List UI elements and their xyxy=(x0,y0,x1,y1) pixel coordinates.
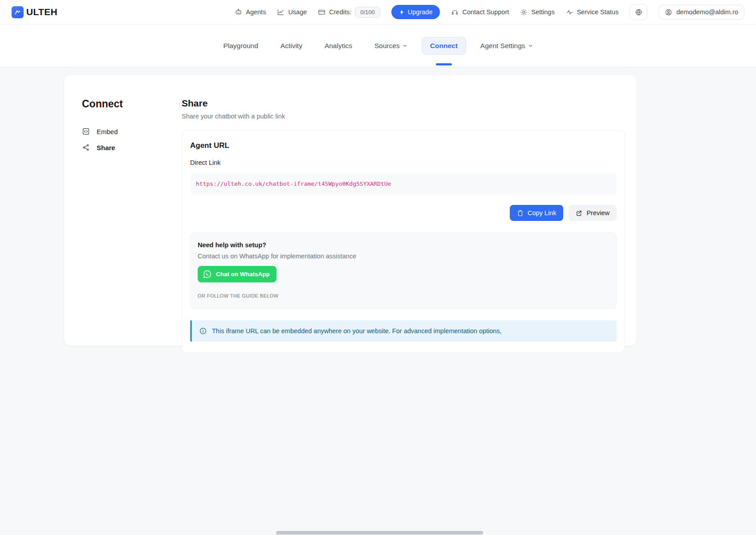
usage-chart-icon xyxy=(277,8,285,16)
sidebar-item-embed-label: Embed xyxy=(97,128,118,135)
tab-analytics[interactable]: Analytics xyxy=(317,37,360,54)
connect-card: Connect Embed Share Share Share your cha… xyxy=(64,74,637,346)
nav-agents-label: Agents xyxy=(246,8,266,16)
share-nodes-icon xyxy=(82,143,90,151)
active-tab-indicator xyxy=(436,63,452,65)
setup-help-box: Need help with setup? Contact us on What… xyxy=(190,233,617,309)
person-circle-icon xyxy=(665,8,672,16)
nav-settings[interactable]: Settings xyxy=(520,8,554,16)
tab-playground[interactable]: Playground xyxy=(215,37,266,54)
iframe-info-banner: This iframe URL can be embedded anywhere… xyxy=(190,320,617,342)
whatsapp-icon xyxy=(203,270,212,279)
gear-icon xyxy=(520,8,528,16)
upgrade-button[interactable]: Upgrade xyxy=(391,5,440,19)
globe-icon xyxy=(635,8,642,16)
robot-icon xyxy=(235,8,242,16)
info-circle-icon xyxy=(199,327,207,335)
user-account-button[interactable]: demodemo@aldim.ro xyxy=(658,5,744,20)
lightning-icon xyxy=(399,9,405,15)
nav-credits[interactable]: Credits: 0/100 xyxy=(318,7,380,18)
horizontal-scrollbar-thumb[interactable] xyxy=(276,531,483,535)
tab-sources-label: Sources xyxy=(374,42,400,50)
chevron-down-icon xyxy=(402,43,407,48)
agent-url-title: Agent URL xyxy=(190,141,617,150)
tab-sources[interactable]: Sources xyxy=(366,37,415,54)
nav-settings-label: Settings xyxy=(531,8,554,16)
brand-logo-icon xyxy=(12,6,24,18)
tab-activity[interactable]: Activity xyxy=(272,37,310,54)
help-subtitle: Contact us on WhatsApp for implementatio… xyxy=(198,253,609,260)
tab-agent-settings-label: Agent Settings xyxy=(480,42,525,50)
whatsapp-chat-button[interactable]: Chat on WhatsApp xyxy=(198,266,276,282)
iframe-info-text: This iframe URL can be embedded anywhere… xyxy=(212,327,502,335)
sidebar-title: Connect xyxy=(82,98,182,110)
nav-agents[interactable]: Agents xyxy=(235,8,266,16)
direct-link-label: Direct Link xyxy=(190,159,617,166)
tab-agent-settings[interactable]: Agent Settings xyxy=(472,37,541,54)
external-link-icon xyxy=(576,210,582,216)
credits-badge: 0/100 xyxy=(355,7,380,18)
page-title: Share xyxy=(182,98,625,109)
direct-link-url: https://ulteh.co.uk/chatbot-iframe/t45Wp… xyxy=(196,180,391,187)
brand-logo[interactable]: ULTEH xyxy=(12,6,57,18)
nav-service-status[interactable]: Service Status xyxy=(566,8,619,16)
sidebar-item-embed[interactable]: Embed xyxy=(82,123,182,139)
sidebar-item-share-label: Share xyxy=(97,144,115,151)
chevron-down-icon xyxy=(528,43,533,48)
agent-url-card: Agent URL Direct Link https://ulteh.co.u… xyxy=(182,130,625,353)
upgrade-label: Upgrade xyxy=(408,8,433,16)
clipboard-icon xyxy=(517,210,524,216)
tab-connect-label: Connect xyxy=(430,42,458,50)
preview-label: Preview xyxy=(586,209,610,216)
preview-button[interactable]: Preview xyxy=(569,205,617,221)
horizontal-scrollbar xyxy=(0,531,756,535)
help-title: Need help with setup? xyxy=(198,241,609,249)
url-actions: Copy Link Preview xyxy=(190,205,617,221)
page-subtitle: Share your chatbot with a public link xyxy=(182,113,625,120)
nav-contact-support[interactable]: Contact Support xyxy=(451,8,509,16)
nav-usage[interactable]: Usage xyxy=(277,8,307,16)
tab-playground-label: Playground xyxy=(223,42,258,50)
activity-pulse-icon xyxy=(566,8,573,16)
tab-activity-label: Activity xyxy=(280,42,302,50)
navbar-menu: Agents Usage Credits: 0/100 Upgrade Cont… xyxy=(235,4,744,20)
whatsapp-chat-label: Chat on WhatsApp xyxy=(216,271,270,278)
brand-name: ULTEH xyxy=(26,7,57,17)
agent-tabstrip: Playground Activity Analytics Sources Co… xyxy=(0,25,756,67)
user-email: demodemo@aldim.ro xyxy=(676,8,738,16)
share-panel: Share Share your chatbot with a public l… xyxy=(182,75,637,346)
language-globe-button[interactable] xyxy=(630,4,647,20)
credit-card-icon xyxy=(318,8,325,16)
headset-icon xyxy=(451,8,459,16)
nav-service-status-label: Service Status xyxy=(577,8,619,16)
connect-sidebar: Connect Embed Share xyxy=(64,75,182,346)
tab-connect[interactable]: Connect xyxy=(422,37,466,55)
code-square-icon xyxy=(82,127,90,135)
nav-credits-label: Credits: xyxy=(329,8,351,16)
direct-link-url-box[interactable]: https://ulteh.co.uk/chatbot-iframe/t45Wp… xyxy=(190,173,617,194)
tab-analytics-label: Analytics xyxy=(325,42,352,50)
copy-link-button[interactable]: Copy Link xyxy=(510,205,563,221)
top-navbar: ULTEH Agents Usage Credits: 0/100 Upgrad… xyxy=(0,0,756,25)
nav-contact-support-label: Contact Support xyxy=(462,8,509,16)
nav-usage-label: Usage xyxy=(288,8,307,16)
sidebar-item-share[interactable]: Share xyxy=(82,139,182,155)
guide-divider-label: OR FOLLOW THE GUIDE BELOW xyxy=(198,293,609,298)
copy-link-label: Copy Link xyxy=(528,209,556,216)
